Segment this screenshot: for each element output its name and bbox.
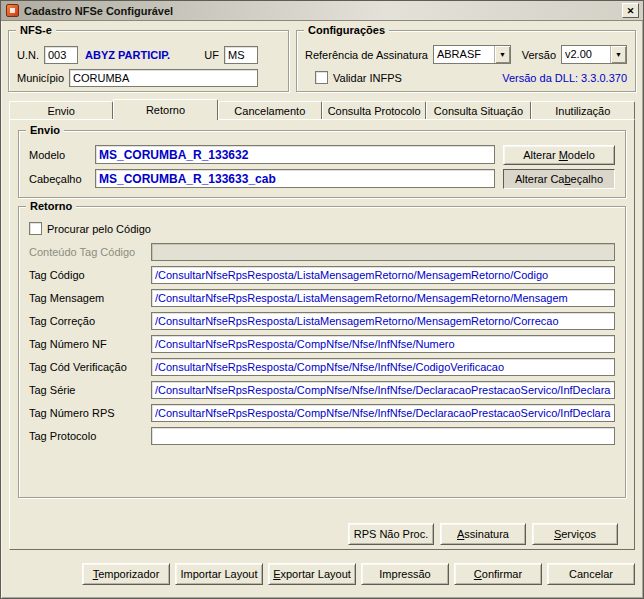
chevron-down-icon[interactable]: ▼ bbox=[610, 46, 626, 63]
impressao-button[interactable]: Impressão bbox=[361, 563, 449, 585]
versao-value: v2.00 bbox=[562, 46, 610, 63]
tag-row: Conteúdo Tag Código bbox=[19, 240, 625, 263]
header-panels: NFS-e U.N. ABYZ PARTICIP. UF Município C… bbox=[1, 21, 643, 98]
tag-codigo-field[interactable] bbox=[151, 266, 615, 284]
participante-text: ABYZ PARTICIP. bbox=[83, 49, 199, 61]
municipio-label: Município bbox=[17, 72, 64, 84]
un-field[interactable] bbox=[44, 46, 78, 64]
tab-cancelamento[interactable]: Cancelamento bbox=[218, 101, 322, 119]
window-title: Cadastro NFSe Configurável bbox=[24, 5, 617, 17]
tab-envio[interactable]: Envio bbox=[9, 101, 113, 119]
tag-protocolo-label: Tag Protocolo bbox=[29, 430, 151, 442]
config-groupbox: Configurações Referência de Assinatura A… bbox=[296, 30, 636, 92]
tab-page-retorno: Envio Modelo Alterar Modelo Cabeçalho Al… bbox=[9, 119, 635, 550]
tag-row: Tag Código bbox=[19, 263, 625, 286]
importar-layout-button[interactable]: Importar Layout bbox=[175, 563, 263, 585]
tag-mensagem-label: Tag Mensagem bbox=[29, 292, 151, 304]
cabecalho-field[interactable] bbox=[95, 169, 495, 188]
envio-group-title: Envio bbox=[26, 124, 64, 136]
close-button[interactable]: ✕ bbox=[622, 3, 639, 18]
page-button-row: RPS Não Proc. Assinatura Serviços bbox=[26, 523, 618, 545]
app-icon bbox=[6, 4, 19, 17]
conteudo-tag-codigo-field bbox=[151, 243, 615, 261]
validar-infps-checkbox[interactable] bbox=[315, 71, 328, 84]
modelo-row: Modelo Alterar Modelo bbox=[19, 144, 625, 165]
tab-bar: Envio Retorno Cancelamento Consulta Prot… bbox=[1, 98, 643, 119]
retorno-group-title: Retorno bbox=[26, 200, 76, 212]
exportar-layout-button[interactable]: Exportar Layout bbox=[268, 563, 356, 585]
modelo-field[interactable] bbox=[95, 145, 495, 164]
chevron-down-icon[interactable]: ▼ bbox=[494, 46, 510, 63]
tag-row: Tag Correção bbox=[19, 309, 625, 332]
tab-retorno[interactable]: Retorno bbox=[113, 99, 217, 120]
procurar-codigo-checkbox[interactable] bbox=[29, 222, 42, 235]
retorno-groupbox: Retorno Procurar pelo Código Conteúdo Ta… bbox=[18, 206, 626, 498]
referencia-assinatura-value: ABRASF bbox=[434, 46, 494, 63]
uf-label: UF bbox=[204, 49, 219, 61]
nfse-row-2: Município bbox=[9, 67, 288, 88]
dialog-window: Cadastro NFSe Configurável ✕ NFS-e U.N. … bbox=[0, 0, 644, 599]
tag-mensagem-field[interactable] bbox=[151, 289, 615, 307]
tab-consulta-situacao[interactable]: Consulta Situação bbox=[426, 101, 530, 119]
versao-label: Versão bbox=[522, 49, 556, 61]
procurar-codigo-label: Procurar pelo Código bbox=[47, 223, 151, 235]
envio-groupbox: Envio Modelo Alterar Modelo Cabeçalho Al… bbox=[18, 130, 626, 198]
cabecalho-label: Cabeçalho bbox=[29, 173, 87, 185]
tag-cod-verificacao-label: Tag Cód Verificação bbox=[29, 361, 151, 373]
nfse-group-title: NFS-e bbox=[16, 24, 56, 36]
tag-serie-label: Tag Série bbox=[29, 384, 151, 396]
procurar-codigo-row: Procurar pelo Código bbox=[19, 220, 625, 240]
nfse-row-1: U.N. ABYZ PARTICIP. UF bbox=[9, 44, 288, 65]
tag-numero-nf-label: Tag Número NF bbox=[29, 338, 151, 350]
tag-correcao-field[interactable] bbox=[151, 312, 615, 330]
nfse-groupbox: NFS-e U.N. ABYZ PARTICIP. UF Município bbox=[8, 30, 289, 92]
cabecalho-row: Cabeçalho Alterar Cabeçalho bbox=[19, 168, 625, 189]
assinatura-button[interactable]: Assinatura bbox=[440, 523, 526, 545]
title-bar: Cadastro NFSe Configurável ✕ bbox=[1, 1, 643, 21]
tag-row: Tag Número NF bbox=[19, 332, 625, 355]
modelo-label: Modelo bbox=[29, 149, 87, 161]
tag-codigo-label: Tag Código bbox=[29, 269, 151, 281]
alterar-cabecalho-button[interactable]: Alterar Cabeçalho bbox=[503, 169, 615, 189]
tag-row: Tag Mensagem bbox=[19, 286, 625, 309]
tag-row: Tag Protocolo bbox=[19, 424, 625, 447]
tag-row: Tag Número RPS bbox=[19, 401, 625, 424]
tag-numero-rps-field[interactable] bbox=[151, 404, 615, 422]
bottom-button-bar: Temporizador Importar Layout Exportar La… bbox=[1, 550, 643, 598]
confirmar-button[interactable]: Confirmar bbox=[454, 563, 542, 585]
versao-select[interactable]: v2.00 ▼ bbox=[561, 45, 627, 64]
config-row-1: Referência de Assinatura ABRASF ▼ Versão… bbox=[297, 44, 635, 65]
tag-protocolo-field[interactable] bbox=[151, 427, 615, 445]
tab-inutilizacao[interactable]: Inutilização bbox=[531, 101, 635, 119]
tag-cod-verificacao-field[interactable] bbox=[151, 358, 615, 376]
temporizador-button[interactable]: Temporizador bbox=[82, 563, 170, 585]
rps-nao-proc-button[interactable]: RPS Não Proc. bbox=[348, 523, 434, 545]
servicos-button[interactable]: Serviços bbox=[532, 523, 618, 545]
referencia-assinatura-label: Referência de Assinatura bbox=[305, 49, 428, 61]
cancelar-button[interactable]: Cancelar bbox=[547, 563, 635, 585]
tab-consulta-protocolo[interactable]: Consulta Protocolo bbox=[322, 101, 426, 119]
tag-serie-field[interactable] bbox=[151, 381, 615, 399]
uf-field[interactable] bbox=[224, 46, 258, 64]
config-row-2: Validar INFPS Versão da DLL: 3.3.0.370 bbox=[297, 67, 635, 88]
tag-numero-nf-field[interactable] bbox=[151, 335, 615, 353]
conteudo-tag-codigo-label: Conteúdo Tag Código bbox=[29, 246, 151, 258]
dll-version-text: Versão da DLL: 3.3.0.370 bbox=[502, 72, 627, 84]
config-group-title: Configurações bbox=[304, 24, 389, 36]
tag-row: Tag Cód Verificação bbox=[19, 355, 625, 378]
validar-infps-label: Validar INFPS bbox=[333, 72, 402, 84]
municipio-field[interactable] bbox=[69, 69, 258, 87]
tag-numero-rps-label: Tag Número RPS bbox=[29, 407, 151, 419]
un-label: U.N. bbox=[17, 49, 39, 61]
tag-correcao-label: Tag Correção bbox=[29, 315, 151, 327]
alterar-modelo-button[interactable]: Alterar Modelo bbox=[503, 145, 615, 165]
referencia-assinatura-select[interactable]: ABRASF ▼ bbox=[433, 45, 511, 64]
tag-row: Tag Série bbox=[19, 378, 625, 401]
